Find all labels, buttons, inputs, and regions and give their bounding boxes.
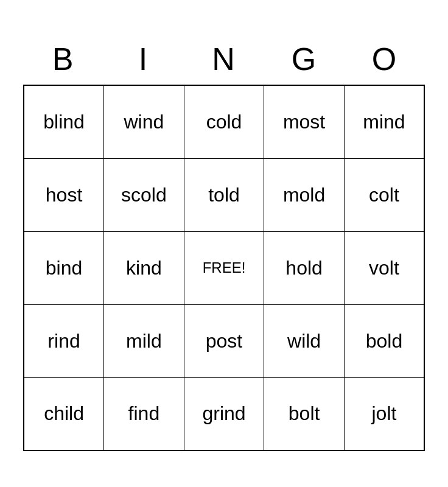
cell-r1-c4[interactable]: colt [344, 158, 424, 231]
bingo-header: B I N G O [23, 36, 425, 82]
cell-r1-c1[interactable]: scold [104, 158, 184, 231]
cell-r4-c3[interactable]: bolt [264, 377, 345, 450]
cell-r4-c1[interactable]: find [104, 377, 184, 450]
cell-r2-c1[interactable]: kind [104, 231, 184, 304]
cell-r4-c0[interactable]: child [24, 377, 104, 450]
cell-r2-c3[interactable]: hold [264, 231, 345, 304]
cell-r4-c4[interactable]: jolt [344, 377, 424, 450]
cell-r2-c0[interactable]: bind [24, 231, 104, 304]
cell-r1-c3[interactable]: mold [264, 158, 345, 231]
cell-r3-c3[interactable]: wild [264, 304, 345, 377]
cell-r0-c2[interactable]: cold [184, 85, 264, 158]
cell-r1-c0[interactable]: host [24, 158, 104, 231]
header-i: I [103, 36, 184, 82]
cell-r2-c2[interactable]: FREE! [184, 231, 264, 304]
cell-r4-c2[interactable]: grind [184, 377, 264, 450]
header-o: O [345, 36, 425, 82]
header-b: B [23, 36, 103, 82]
cell-r0-c4[interactable]: mind [344, 85, 424, 158]
cell-r1-c2[interactable]: told [184, 158, 264, 231]
bingo-grid: blindwindcoldmostmindhostscoldtoldmoldco… [23, 85, 425, 451]
cell-r0-c1[interactable]: wind [104, 85, 184, 158]
cell-r3-c0[interactable]: rind [24, 304, 104, 377]
cell-r3-c4[interactable]: bold [344, 304, 424, 377]
cell-r3-c1[interactable]: mild [104, 304, 184, 377]
header-g: G [264, 36, 345, 82]
bingo-card: B I N G O blindwindcoldmostmindhostscold… [11, 24, 437, 463]
cell-r0-c0[interactable]: blind [24, 85, 104, 158]
header-n: N [184, 36, 264, 82]
cell-r3-c2[interactable]: post [184, 304, 264, 377]
cell-r2-c4[interactable]: volt [344, 231, 424, 304]
cell-r0-c3[interactable]: most [264, 85, 345, 158]
